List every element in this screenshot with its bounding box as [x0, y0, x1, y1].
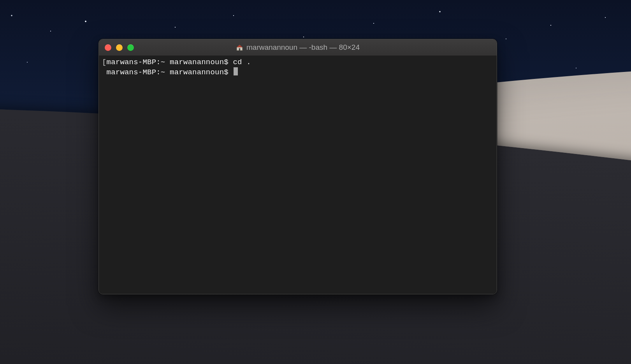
shell-prompt: marwans-MBP:~ marwanannoun$: [107, 68, 228, 77]
cursor: [234, 67, 238, 75]
shell-command: cd .: [233, 58, 251, 66]
shell-prompt: marwans-MBP:~ marwanannoun$: [107, 58, 228, 66]
window-title: marwanannoun — -bash — 80×24: [99, 43, 497, 52]
terminal-window: marwanannoun — -bash — 80×24 [marwans-MB…: [98, 39, 497, 294]
traffic-lights: [105, 44, 134, 51]
window-title-text: marwanannoun — -bash — 80×24: [246, 43, 360, 52]
close-button[interactable]: [105, 44, 111, 51]
zoom-button[interactable]: [127, 44, 134, 51]
minimize-button[interactable]: [116, 44, 123, 51]
window-titlebar[interactable]: marwanannoun — -bash — 80×24: [99, 39, 497, 56]
terminal-body[interactable]: [marwans-MBP:~ marwanannoun$ cd . marwan…: [99, 56, 497, 294]
terminal-line: marwans-MBP:~ marwanannoun$: [102, 67, 494, 77]
terminal-line: [marwans-MBP:~ marwanannoun$ cd .: [102, 58, 494, 67]
home-icon: [236, 44, 243, 51]
